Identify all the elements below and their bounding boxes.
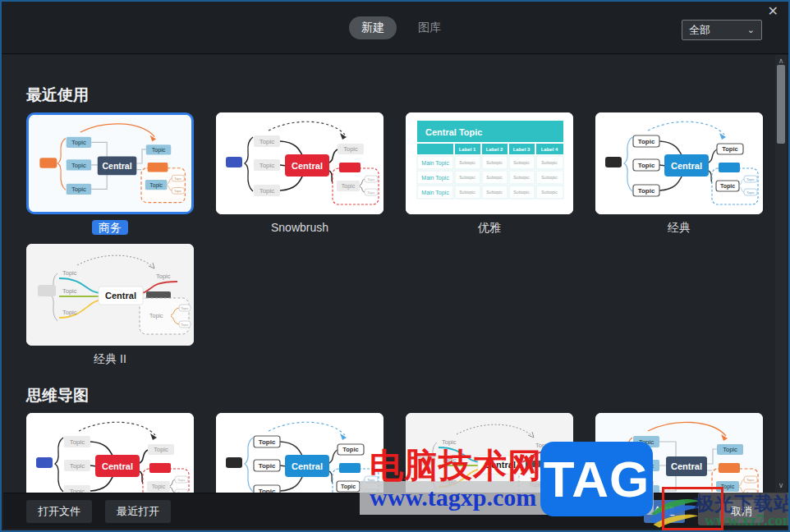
create-button[interactable]: 创建: [644, 500, 685, 523]
cards-row: 商务 Snowbrush 优雅 经典: [26, 112, 787, 236]
template-thumbnail: [26, 112, 194, 214]
template-thumbnail: [26, 244, 194, 346]
template-label: 经典: [595, 221, 763, 236]
template-card-elegant[interactable]: 优雅: [406, 112, 573, 236]
template-label: 商务: [26, 221, 194, 236]
chevron-down-icon: ⌄: [747, 25, 755, 35]
template-card-classic[interactable]: 经典: [595, 112, 763, 236]
template-card-business[interactable]: 商务: [26, 112, 194, 236]
template-card-mindmap-2[interactable]: [216, 413, 384, 493]
template-thumbnail: [595, 112, 763, 214]
dialog-footer: 打开文件 最近打开 创建 取消: [3, 493, 787, 529]
template-thumbnail: [216, 112, 384, 214]
tab-gallery[interactable]: 图库: [418, 21, 441, 35]
template-label: Snowbrush: [216, 221, 384, 234]
template-card-classic2[interactable]: 经典 II: [26, 244, 194, 367]
template-thumbnail: [406, 413, 573, 493]
cancel-button[interactable]: 取消: [719, 500, 764, 523]
template-card-snowbrush[interactable]: Snowbrush: [216, 112, 384, 236]
template-card-mindmap-3[interactable]: [406, 413, 573, 493]
template-thumbnail: [26, 413, 194, 493]
scrollbar-thumb[interactable]: [777, 65, 785, 144]
section-title-mindmap: 思维导图: [26, 385, 787, 406]
filter-value: 全部: [689, 23, 710, 38]
template-thumbnail: [406, 112, 573, 214]
cards-row: [26, 413, 787, 493]
scrollbar[interactable]: ∧ ∨: [775, 55, 787, 493]
new-file-dialog: 新建 图库 全部 ⌄ ✕ 最近使用 商务 Snowbrush 优雅: [0, 0, 790, 532]
scroll-down-icon[interactable]: ∨: [775, 479, 787, 491]
recent-open-button[interactable]: 最近打开: [105, 500, 171, 523]
filter-dropdown[interactable]: 全部 ⌄: [682, 20, 762, 40]
template-label: 优雅: [406, 221, 573, 236]
footer-actions: 创建 取消: [644, 500, 764, 523]
tab-bar: 新建 图库: [349, 16, 441, 39]
tab-new[interactable]: 新建: [349, 16, 397, 39]
template-list: 最近使用 商务 Snowbrush 优雅 经典 经典 II: [3, 55, 787, 493]
template-card-mindmap-1[interactable]: [26, 413, 194, 493]
section-title-recent: 最近使用: [26, 85, 787, 106]
cards-row: 经典 II: [26, 244, 787, 367]
close-icon[interactable]: ✕: [768, 5, 779, 18]
template-thumbnail: [595, 413, 763, 493]
template-label: 经典 II: [26, 352, 194, 367]
dialog-header: 新建 图库 全部 ⌄ ✕: [2, 2, 788, 54]
open-file-button[interactable]: 打开文件: [26, 500, 92, 523]
template-card-mindmap-4[interactable]: [595, 413, 763, 493]
template-thumbnail: [216, 413, 384, 493]
